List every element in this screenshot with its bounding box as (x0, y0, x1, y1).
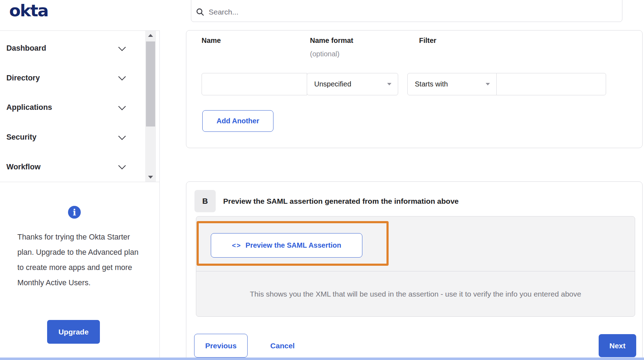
chevron-down-icon (118, 162, 126, 169)
name-format-select[interactable]: Unspecified (307, 73, 398, 95)
chevron-down-icon (118, 103, 126, 110)
sidebar-right-divider (159, 30, 160, 360)
sidebar-item-security[interactable]: Security (0, 123, 145, 152)
filter-column-label: Filter (419, 36, 436, 45)
name-column-label: Name (202, 36, 221, 45)
info-icon: i (68, 206, 81, 219)
sidebar-item-label: Directory (6, 74, 40, 83)
sidebar-item-label: Dashboard (6, 44, 46, 53)
name-input[interactable] (202, 73, 307, 95)
arrow-down-icon (148, 176, 153, 179)
filter-value-field (496, 73, 606, 95)
chevron-down-icon (118, 132, 126, 140)
next-button[interactable]: Next (599, 334, 636, 357)
sidebar-item-label: Applications (6, 103, 52, 112)
global-search[interactable] (191, 0, 622, 22)
scrollbar-thumb[interactable] (146, 41, 155, 126)
chevron-down-icon (118, 44, 126, 51)
caret-down-icon (486, 83, 490, 85)
preview-panel-description-area: This shows you the XML that will be used… (196, 271, 635, 316)
search-icon (196, 8, 204, 16)
scroll-down-button[interactable] (145, 173, 156, 182)
name-format-optional-hint: (optional) (310, 50, 339, 58)
sidebar-item-directory[interactable]: Directory (0, 63, 145, 93)
previous-button[interactable]: Previous (194, 334, 248, 358)
caret-down-icon (387, 83, 391, 85)
name-format-selected-value: Unspecified (314, 80, 351, 88)
code-icon: <> (232, 242, 241, 249)
filter-operator-select[interactable]: Starts with (407, 73, 497, 95)
preview-button-label: Preview the SAML Assertion (245, 241, 341, 249)
sidebar-item-label: Workflow (6, 163, 40, 171)
cancel-link[interactable]: Cancel (259, 334, 306, 358)
preview-panel-top: <> Preview the SAML Assertion (196, 216, 635, 271)
step-b-badge: B (194, 190, 216, 212)
preview-saml-assertion-button[interactable]: <> Preview the SAML Assertion (211, 233, 362, 258)
plan-notice-text: Thanks for trying the Okta Starter plan.… (17, 230, 146, 291)
sidebar-scrollbar[interactable] (145, 31, 156, 182)
sidebar-menu-bottom-divider (0, 182, 159, 182)
sidebar-nav: Dashboard Directory Applications Securit… (0, 31, 145, 182)
bottom-edge-strip (0, 358, 644, 360)
okta-logo: okta (9, 1, 48, 20)
sidebar-item-label: Security (6, 133, 36, 142)
sidebar-item-applications[interactable]: Applications (0, 93, 145, 123)
sidebar-item-dashboard[interactable]: Dashboard (0, 34, 145, 63)
arrow-up-icon (148, 34, 153, 37)
name-format-column-label: Name format (310, 36, 353, 45)
filter-operator-selected-value: Starts with (415, 80, 448, 88)
scroll-up-button[interactable] (145, 31, 156, 40)
upgrade-button[interactable]: Upgrade (47, 320, 100, 344)
search-input[interactable] (208, 7, 622, 17)
name-field (202, 73, 307, 95)
preview-section-title: Preview the SAML assertion generated fro… (223, 190, 459, 212)
chevron-down-icon (118, 73, 126, 80)
preview-panel: <> Preview the SAML Assertion This shows… (196, 216, 635, 317)
add-another-button[interactable]: Add Another (202, 110, 273, 132)
sidebar-item-workflow[interactable]: Workflow (0, 152, 145, 182)
saml-preview-card: B Preview the SAML assertion generated f… (186, 181, 643, 360)
filter-value-input[interactable] (497, 73, 606, 95)
preview-description: This shows you the XML that will be used… (250, 290, 581, 298)
attribute-statements-card: Name Name format (optional) Filter Unspe… (186, 30, 643, 148)
